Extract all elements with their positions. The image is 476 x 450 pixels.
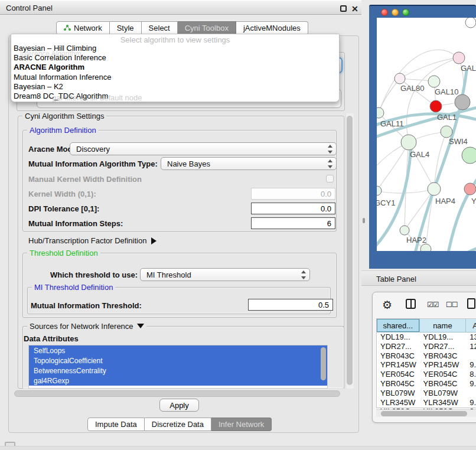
attribute-item[interactable]: SelfLoops	[29, 345, 327, 356]
tab-label: Infer Network	[219, 420, 264, 429]
table-row[interactable]: YLR345WYLR345W9.	[377, 398, 476, 407]
settings-hscroll-thumb[interactable]	[14, 390, 340, 397]
minimize-traffic-light-icon[interactable]	[392, 9, 399, 16]
table-row[interactable]: YPR145WYPR145W9.	[377, 360, 476, 370]
node-label: GAL	[461, 64, 476, 73]
top-tab-bar: NetworkStyleSelectCyni ToolboxjActiveMNo…	[56, 21, 308, 35]
network-canvas[interactable]: GALGAL80GAL10GAL1GAL11SWI4GAL4GCY1HAP4YH…	[377, 18, 476, 251]
panel-divider-handle[interactable]	[363, 218, 365, 223]
zoom-traffic-light-icon[interactable]	[402, 9, 409, 16]
tab-discretize-data[interactable]: Discretize Data	[145, 418, 211, 431]
attributes-scrollbar[interactable]	[321, 347, 326, 380]
tab-infer-network[interactable]: Infer Network	[211, 418, 272, 431]
network-node[interactable]	[395, 73, 405, 84]
table-cell: YBR045C	[420, 379, 467, 389]
mi-steps-field[interactable]: 6	[251, 217, 335, 229]
export-table-icon[interactable]	[467, 298, 475, 309]
table-row[interactable]: YDR27...YDR27...12	[377, 342, 476, 351]
network-node[interactable]	[430, 100, 442, 112]
table-cell: 8.	[466, 370, 476, 379]
table-cell: YBR045C	[377, 379, 420, 389]
mi-type-combo[interactable]: Naive Bayes	[161, 157, 337, 170]
algorithm-option[interactable]: Basic Correlation Inference	[11, 53, 339, 63]
algorithm-option[interactable]: ARACNE Algorithm	[11, 63, 339, 72]
node-label: GAL1	[437, 113, 457, 122]
bottom-strip	[0, 446, 476, 450]
table-row[interactable]: YBL079WYBL079W	[377, 389, 476, 398]
select-all-checks-icon[interactable]: ☑☑	[427, 301, 439, 309]
table-row[interactable]: YBR045CYBR045C9.	[377, 379, 476, 389]
close-traffic-light-icon[interactable]	[381, 9, 388, 16]
network-node[interactable]	[400, 226, 409, 235]
tab-impute-data[interactable]: Impute Data	[87, 418, 145, 431]
control-panel-title: Control Panel	[6, 4, 53, 12]
tab-network[interactable]: Network	[56, 21, 110, 35]
gear-icon[interactable]: ⚙	[382, 298, 392, 312]
network-node[interactable]	[377, 186, 382, 195]
attribute-item[interactable]: BetweennessCentrality	[29, 366, 327, 376]
tab-cyni-toolbox[interactable]: Cyni Toolbox	[178, 21, 236, 35]
column-header-1[interactable]: shared...	[377, 319, 420, 332]
mi-type-label: Mutual Information Algorithm Type:	[28, 159, 158, 168]
table-row[interactable]: YDL19...YDL19...13	[377, 332, 476, 342]
network-node[interactable]	[428, 182, 441, 195]
network-node[interactable]	[455, 94, 470, 110]
tab-style[interactable]: Style	[110, 21, 142, 35]
mi-threshold-label: Mutual Information Threshold:	[31, 301, 142, 310]
attribute-item[interactable]: gal4RGexp	[29, 376, 327, 386]
algorithm-dropdown-prompt: Select algorithm to view settings	[11, 34, 339, 44]
network-node[interactable]	[428, 76, 440, 87]
control-panel-titlebar: Control Panel ✕	[0, 0, 361, 15]
table-hscroll-thumb[interactable]	[381, 411, 467, 416]
table-cell: YER054C	[420, 370, 467, 379]
algorithm-option[interactable]: Mutual Information Inference	[11, 73, 339, 82]
node-label: GCY1	[377, 198, 395, 207]
aracne-mode-combo[interactable]: Discovery	[70, 142, 337, 155]
node-table[interactable]: shared...nameA YDL19...YDL19...13YDR27..…	[376, 318, 476, 408]
kernel-width-field[interactable]: 0.0	[251, 188, 335, 200]
data-attributes-list[interactable]: SelfLoopsTopologicalCoefficientBetweenne…	[28, 345, 328, 389]
column-header-2[interactable]: name	[420, 319, 467, 332]
manual-kernel-checkbox[interactable]	[326, 175, 334, 182]
hub-definition-toggle[interactable]: Hub/Transcription Factor Definition	[28, 236, 157, 245]
unselect-all-boxes-icon[interactable]: ☐☐	[446, 301, 458, 309]
table-row[interactable]: YER054CYER054C8.	[377, 370, 476, 379]
network-node[interactable]	[465, 18, 476, 28]
tab-select[interactable]: Select	[142, 21, 178, 35]
sources-group-title[interactable]: Sources for Network Inference	[27, 322, 146, 331]
network-node[interactable]	[464, 183, 476, 195]
close-icon[interactable]: ✕	[351, 4, 358, 14]
network-edge	[405, 189, 434, 230]
mi-threshold-group-title: MI Threshold Definition	[32, 283, 115, 292]
which-threshold-combo[interactable]: MI Threshold	[140, 268, 310, 281]
cyni-algorithm-settings-title: Cyni Algorithm Settings	[22, 112, 106, 120]
dpi-tolerance-field[interactable]: 0.0	[251, 203, 335, 214]
hub-definition-label: Hub/Transcription Factor Definition	[28, 236, 146, 245]
node-label: Y	[471, 197, 476, 206]
mi-threshold-field[interactable]: 0.5	[248, 299, 333, 311]
network-node[interactable]	[441, 126, 452, 138]
tab-jactivemnodules[interactable]: jActiveMNodules	[236, 21, 308, 35]
algorithm-option[interactable]: Bayesian – Hill Climbing	[11, 44, 339, 53]
float-window-icon[interactable]	[340, 5, 347, 12]
network-node[interactable]	[377, 107, 384, 118]
network-node[interactable]	[453, 52, 465, 64]
table-row[interactable]: YBR043CYBR043C	[377, 351, 476, 361]
settings-vscroll-thumb[interactable]	[347, 116, 353, 385]
column-header-3[interactable]: A	[466, 319, 476, 332]
combo-spinner-icon	[300, 270, 307, 279]
algorithm-dropdown-popup: Select algorithm to view settings Bayesi…	[11, 34, 340, 102]
table-cell: YBR043C	[377, 351, 420, 361]
attribute-item[interactable]: TopologicalCoefficient	[29, 356, 327, 366]
table-hscroll-track[interactable]	[376, 409, 476, 417]
apply-button[interactable]: Apply	[159, 399, 199, 412]
network-node[interactable]	[462, 147, 476, 164]
algorithm-option[interactable]: Dream8 DC_TDC Algorithm	[11, 92, 339, 101]
data-attributes-label: Data Attributes	[24, 334, 79, 343]
network-node[interactable]	[401, 135, 416, 150]
network-graph: GALGAL80GAL10GAL1GAL11SWI4GAL4GCY1HAP4YH…	[377, 18, 476, 251]
columns-icon[interactable]	[406, 299, 416, 309]
network-node[interactable]	[420, 244, 431, 251]
mi-type-value: Naive Bayes	[167, 159, 210, 168]
algorithm-option[interactable]: Bayesian – K2	[11, 82, 339, 92]
